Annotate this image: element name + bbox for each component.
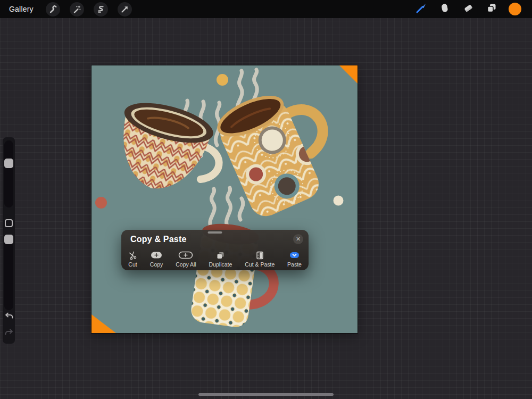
color-swatch — [509, 3, 521, 15]
paste-button[interactable]: Paste — [287, 251, 302, 268]
popup-button-row: Cut Copy Copy All — [128, 250, 302, 268]
paste-label: Paste — [287, 261, 302, 268]
duplicate-label: Duplicate — [209, 261, 232, 268]
eraser-icon — [462, 2, 474, 16]
home-indicator[interactable] — [198, 393, 334, 396]
copy-paste-popup: Copy & Paste ✕ Cut — [121, 230, 309, 270]
popup-close-button[interactable]: ✕ — [293, 234, 303, 244]
redo-button[interactable] — [3, 328, 15, 338]
capsule-plus-outline-icon — [178, 251, 193, 260]
transform-button[interactable] — [118, 2, 132, 16]
stacked-squares-icon — [216, 251, 225, 260]
selection-button[interactable] — [94, 2, 108, 16]
close-icon: ✕ — [296, 236, 301, 242]
copy-all-label: Copy All — [176, 261, 196, 268]
copy-all-button[interactable]: Copy All — [176, 251, 196, 268]
popup-drag-handle[interactable] — [208, 231, 222, 234]
mugs-artwork — [92, 65, 358, 333]
gallery-button[interactable]: Gallery — [9, 5, 34, 13]
copy-button[interactable]: Copy — [150, 251, 163, 268]
capsule-chevron-down-blue-icon — [289, 251, 300, 260]
popup-title: Copy & Paste — [130, 235, 187, 244]
layers-button[interactable] — [480, 0, 503, 18]
opacity-handle[interactable] — [4, 235, 13, 244]
scissors-icon — [128, 251, 137, 260]
cut-label: Cut — [128, 261, 137, 268]
canvas[interactable] — [92, 65, 358, 333]
color-button[interactable] — [503, 0, 527, 18]
magic-wand-icon — [72, 5, 81, 14]
layers-icon — [486, 2, 497, 16]
adjustments-button[interactable] — [70, 2, 84, 16]
cut-and-paste-label: Cut & Paste — [245, 261, 275, 268]
brush-sidebar — [3, 137, 15, 344]
cut-button[interactable]: Cut — [128, 251, 137, 268]
smudge-button[interactable] — [433, 0, 456, 18]
page-dashed-edge-icon — [256, 251, 264, 260]
transform-arrow-icon — [120, 5, 129, 14]
actions-button[interactable] — [46, 2, 60, 16]
selection-s-icon — [96, 5, 105, 14]
capsule-plus-icon — [150, 251, 163, 260]
cut-and-paste-button[interactable]: Cut & Paste — [245, 251, 275, 268]
brush-size-handle[interactable] — [4, 159, 13, 168]
paint-brush-icon — [415, 2, 427, 16]
modify-button[interactable] — [5, 219, 13, 227]
redo-icon — [5, 328, 13, 338]
duplicate-button[interactable]: Duplicate — [209, 251, 232, 268]
brush-button[interactable] — [410, 0, 433, 18]
smudge-finger-icon — [439, 2, 451, 16]
opacity-slider[interactable] — [4, 235, 13, 310]
undo-button[interactable] — [3, 311, 15, 322]
wrench-icon — [48, 5, 57, 14]
copy-label: Copy — [150, 261, 163, 268]
undo-icon — [5, 312, 13, 321]
top-toolbar: Gallery — [0, 0, 532, 18]
brush-size-slider[interactable] — [4, 140, 13, 207]
eraser-button[interactable] — [456, 0, 480, 18]
paint-tools — [410, 0, 532, 18]
